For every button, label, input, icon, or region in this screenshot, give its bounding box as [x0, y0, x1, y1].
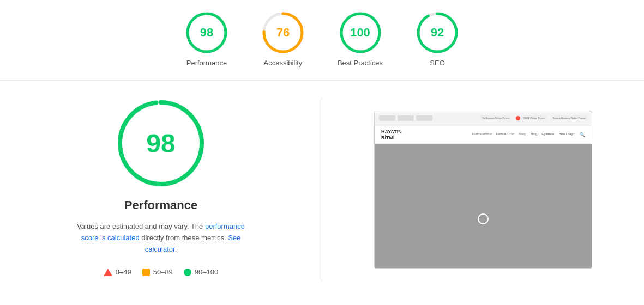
- score-value-performance: 98: [200, 26, 213, 40]
- vertical-divider: [322, 97, 322, 282]
- score-item-performance: 98 Performance: [185, 11, 228, 67]
- description-middle-text: directly from these metrics.: [140, 234, 228, 242]
- tab-indicator-1: [379, 115, 395, 121]
- score-circle-best-practices: 100: [339, 11, 382, 54]
- screenshot-top-bar: Six Seconds Türkiye Partner CINGE Türkiy…: [375, 111, 592, 126]
- red-triangle-icon: [104, 269, 112, 276]
- main-content: 98 Performance Values are estimated and …: [0, 81, 644, 298]
- score-value-best-practices: 100: [350, 26, 370, 40]
- orange-square-icon: [142, 269, 150, 276]
- right-panel: Six Seconds Türkiye Partner CINGE Türkiy…: [355, 97, 611, 282]
- partner-labels: Six Seconds Türkiye Partner CINGE Türkiy…: [480, 115, 587, 120]
- site-nav: Hizmetlerimiz Hizmet Ürün Shop Blog Eğit…: [472, 132, 585, 137]
- legend-item-green: 90–100: [184, 268, 218, 276]
- large-score-value: 98: [146, 129, 175, 158]
- red-dot-partner: [516, 116, 520, 120]
- partner-tag-1: Six Seconds Türkiye Partner: [480, 115, 511, 120]
- nav-search-icon: 🔍: [580, 132, 585, 137]
- score-circle-performance: 98: [185, 11, 228, 54]
- performance-description: Values are estimated and may vary. The p…: [68, 221, 254, 255]
- nav-item-4: Blog: [531, 132, 537, 137]
- score-legend: 0–49 50–89 90–100: [104, 268, 218, 276]
- partner-tag-3: Scisters Academy Türkiye Partner: [551, 115, 587, 120]
- description-start-text: Values are estimated and may vary. The: [77, 222, 205, 230]
- screenshot-main-background: [375, 144, 592, 268]
- logo-line1: HAYATIN: [381, 129, 402, 135]
- partner-tag-2: CINGE Türkiye Partner: [521, 115, 547, 120]
- nav-item-5: Eğitimler: [541, 132, 554, 137]
- score-circle-seo: 92: [416, 11, 459, 54]
- scores-bar: 98 Performance 76 Accessibility 100 Best…: [0, 0, 644, 81]
- nav-item-2: Hizmet Ürün: [496, 132, 514, 137]
- legend-item-red: 0–49: [104, 268, 131, 276]
- logo-line2: RİTMİ: [381, 135, 402, 141]
- score-label-seo: SEO: [430, 59, 444, 67]
- legend-item-orange: 50–89: [142, 268, 173, 276]
- nav-item-6: Bize Ulaşın: [559, 132, 575, 137]
- legend-red-range: 0–49: [116, 268, 131, 276]
- green-dot-icon: [184, 269, 191, 276]
- tab-indicators: [379, 115, 432, 121]
- score-label-best-practices: Best Practices: [338, 59, 383, 67]
- score-item-accessibility: 76 Accessibility: [261, 11, 305, 67]
- score-value-accessibility: 76: [276, 26, 290, 40]
- tab-indicator-3: [416, 115, 432, 121]
- performance-main-title: Performance: [124, 198, 198, 212]
- score-label-performance: Performance: [186, 59, 227, 67]
- website-screenshot: Six Seconds Türkiye Partner CINGE Türkiy…: [374, 111, 592, 269]
- screenshot-center-element: [478, 213, 489, 224]
- legend-orange-range: 50–89: [153, 268, 173, 276]
- score-label-accessibility: Accessibility: [264, 59, 303, 67]
- score-item-best-practices: 100 Best Practices: [338, 11, 383, 67]
- nav-item-1: Hizmetlerimiz: [472, 132, 492, 137]
- description-end-text: .: [175, 245, 177, 253]
- site-logo: HAYATIN RİTMİ: [381, 129, 402, 141]
- tab-indicator-2: [398, 115, 414, 121]
- left-panel: 98 Performance Values are estimated and …: [33, 97, 289, 282]
- large-performance-circle: 98: [115, 97, 207, 190]
- legend-green-range: 90–100: [195, 268, 218, 276]
- score-circle-accessibility: 76: [261, 11, 305, 54]
- score-value-seo: 92: [431, 26, 444, 40]
- score-item-seo: 92 SEO: [416, 11, 459, 67]
- nav-item-3: Shop: [519, 132, 526, 137]
